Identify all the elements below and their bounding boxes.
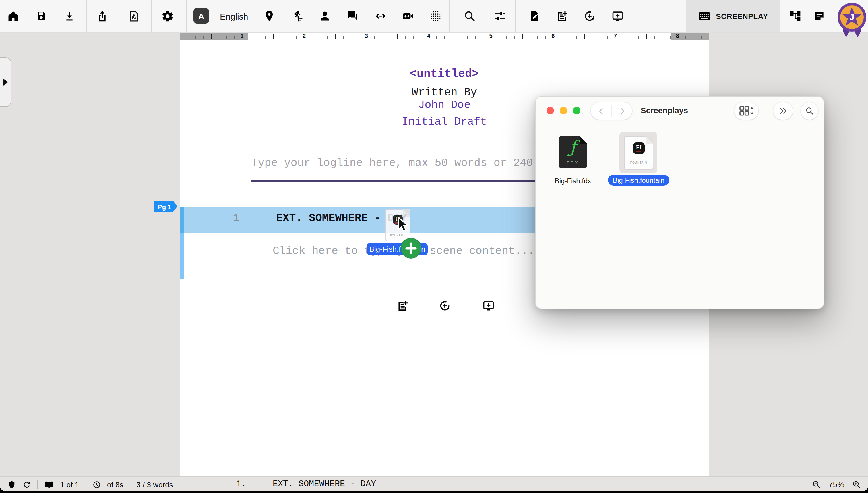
page-number-tag: Pg 1 <box>155 201 174 212</box>
zoom-in-icon[interactable] <box>852 480 861 489</box>
fountain-file-type-text: FOUNTAIN <box>386 234 410 237</box>
toolbar-divider <box>86 0 87 32</box>
zoom-traffic-light[interactable] <box>573 107 580 114</box>
file-label-fountain-selected[interactable]: Big-Fish.fountain <box>608 175 669 186</box>
ruler-inch-label: 6 <box>551 32 554 40</box>
page-fold <box>403 209 410 217</box>
sidebar-expand-tab[interactable] <box>0 58 12 107</box>
add-note-icon[interactable] <box>396 299 409 312</box>
toolbar-divider <box>450 0 450 32</box>
ruler-inch-label: 5 <box>489 32 492 40</box>
zoom-level: 75% <box>828 480 844 489</box>
add-circle-icon[interactable] <box>583 10 596 22</box>
share-icon[interactable] <box>96 10 109 22</box>
language-label[interactable]: English <box>220 0 248 32</box>
add-note-icon[interactable] <box>556 10 568 22</box>
scene-number: 1 <box>228 212 239 225</box>
minimize-traffic-light[interactable] <box>560 107 567 114</box>
screenplay-mode-label: SCREENPLAY <box>716 12 768 20</box>
action-walk-icon[interactable] <box>291 10 304 22</box>
file-icon-fountain[interactable]: FI FOUNTAIN <box>624 136 653 170</box>
add-display-icon[interactable] <box>482 299 495 312</box>
close-traffic-light[interactable] <box>547 107 554 114</box>
copy-plus-badge <box>401 238 421 259</box>
forward-chevron-icon[interactable] <box>617 107 626 115</box>
transition-code-icon[interactable] <box>374 10 387 22</box>
language-icon[interactable]: A <box>193 8 209 24</box>
back-chevron-icon[interactable] <box>597 107 606 115</box>
character-person-icon[interactable] <box>319 10 331 22</box>
nav-back-forward[interactable] <box>591 102 632 120</box>
duration-indicator: of 8s <box>107 480 123 489</box>
ruler-inch-label: 7 <box>614 32 617 40</box>
more-toolbar-items[interactable] <box>773 102 793 120</box>
flowchart-tree-icon[interactable] <box>789 10 801 22</box>
file-label-fdx[interactable]: Big-Fish.fdx <box>539 177 608 185</box>
home-icon[interactable] <box>7 10 20 22</box>
mouse-cursor <box>395 217 411 234</box>
ruler-inch-label: 2 <box>302 32 306 40</box>
finder-search[interactable] <box>801 102 818 120</box>
shield-icon[interactable] <box>7 480 16 489</box>
fdx-type-text: FDX <box>558 161 587 165</box>
status-divider <box>37 480 38 489</box>
current-scene-heading: EXT. SOMEWHERE - DAY <box>273 479 376 489</box>
nav-divider <box>611 105 612 117</box>
scene-extent-bar <box>180 233 184 279</box>
screenplay-mode-button[interactable]: SCREENPLAY <box>686 0 780 32</box>
toolbar-divider <box>151 0 152 32</box>
add-display-icon[interactable] <box>611 10 624 22</box>
pdf-icon[interactable] <box>128 10 140 22</box>
fountain-file-type-text: FOUNTAIN <box>624 161 653 164</box>
page-indicator: 1 of 1 <box>60 480 79 489</box>
dialogue-chat-icon[interactable] <box>346 10 359 22</box>
toolbar-divider <box>515 0 516 32</box>
toolbar-divider <box>253 0 253 32</box>
page-fold <box>646 136 653 144</box>
toolbar-divider <box>186 0 187 32</box>
ruler-inch-label: 3 <box>365 32 368 40</box>
main-toolbar: A English SCREENPLAY <box>0 0 868 33</box>
current-scene-number: 1. <box>236 479 246 489</box>
finder-window-title: Screenplays <box>641 106 688 115</box>
ruler-inch-label: 4 <box>427 32 430 40</box>
sticky-note-icon[interactable] <box>813 10 825 22</box>
ruler-inch-label: 1 <box>240 32 244 40</box>
filter-sliders-icon[interactable] <box>494 10 506 22</box>
keyboard-icon <box>698 9 711 23</box>
status-bar: 1 of 1 of 8s 3 / 3 words 1. EXT. SOMEWHE… <box>0 476 868 491</box>
location-pin-icon[interactable] <box>263 10 276 22</box>
horizontal-ruler: 12345678 <box>180 32 709 40</box>
toolbar-divider <box>420 0 420 32</box>
settings-gear-icon[interactable] <box>161 10 174 22</box>
dot-grid-icon[interactable] <box>429 10 442 22</box>
refresh-icon[interactable] <box>22 480 31 489</box>
screenplay-app: A English SCREENPLAY J 123456 <box>0 0 868 491</box>
word-count: 3 / 3 words <box>136 480 173 489</box>
search-icon[interactable] <box>463 10 476 22</box>
status-divider <box>85 480 86 489</box>
status-divider <box>130 480 130 489</box>
search-icon <box>805 106 814 115</box>
achievement-badge[interactable]: J <box>837 2 867 38</box>
zoom-out-icon[interactable] <box>812 480 821 489</box>
fountain-file-chip: FI <box>633 143 644 154</box>
chevron-right-icon <box>3 79 8 86</box>
double-chevron-icon <box>778 106 787 115</box>
edit-note-icon[interactable] <box>528 10 541 22</box>
final-draft-glyph: ƒ <box>558 137 587 157</box>
add-circle-icon[interactable] <box>439 299 451 312</box>
video-camera-icon[interactable] <box>402 10 414 22</box>
view-options-control[interactable] <box>734 102 758 120</box>
badge-letter: J <box>850 12 854 22</box>
scene-marker-bar <box>180 207 184 233</box>
ruler-inch-label: 8 <box>676 32 679 40</box>
file-icon-fdx[interactable]: ƒ FDX <box>558 136 587 168</box>
document-title[interactable]: <untitled> <box>180 67 709 81</box>
download-icon[interactable] <box>63 10 76 22</box>
book-pages-icon <box>44 479 54 489</box>
grid-view-icon <box>739 105 754 117</box>
clock-icon <box>92 480 101 489</box>
finder-window[interactable]: Screenplays ƒ FDX Big-Fish.fdx FI FOUNTA… <box>535 96 824 309</box>
save-icon[interactable] <box>35 10 48 22</box>
